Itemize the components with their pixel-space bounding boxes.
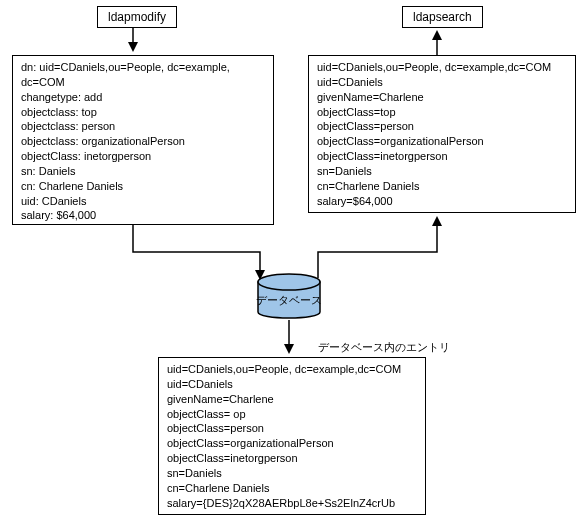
ldapsearch-label-text: ldapsearch	[413, 10, 472, 24]
text-line: dc=COM	[21, 75, 265, 90]
text-line: sn=Daniels	[167, 466, 417, 481]
text-line: uid=CDaniels,ou=People, dc=example,dc=CO…	[317, 60, 567, 75]
text-line: sn=Daniels	[317, 164, 567, 179]
ldapmodify-label: ldapmodify	[97, 6, 177, 28]
text-line: uid=CDaniels,ou=People, dc=example,dc=CO…	[167, 362, 417, 377]
text-line: objectClass=person	[317, 119, 567, 134]
text-line: salary={DES}2qX28AERbpL8e+Ss2ElnZ4crUb	[167, 496, 417, 511]
text-line: objectclass: organizationalPerson	[21, 134, 265, 149]
text-line: objectClass=person	[167, 421, 417, 436]
text-line: objectClass=organizationalPerson	[167, 436, 417, 451]
text-line: givenName=Charlene	[167, 392, 417, 407]
text-line: givenName=Charlene	[317, 90, 567, 105]
ldapmodify-box: dn: uid=CDaniels,ou=People, dc=example,d…	[12, 55, 274, 225]
ldapsearch-label: ldapsearch	[402, 6, 483, 28]
text-line: objectclass: person	[21, 119, 265, 134]
db-entry-annotation-text: データベース内のエントリ	[318, 341, 450, 353]
text-line: objectClass= op	[167, 407, 417, 422]
ldapmodify-label-text: ldapmodify	[108, 10, 166, 24]
text-line: uid=CDaniels	[317, 75, 567, 90]
text-line: sn: Daniels	[21, 164, 265, 179]
text-line: cn=Charlene Daniels	[167, 481, 417, 496]
text-line: salary: $64,000	[21, 208, 265, 223]
text-line: objectClass=organizationalPerson	[317, 134, 567, 149]
text-line: objectClass: inetorgperson	[21, 149, 265, 164]
text-line: objectclass: top	[21, 105, 265, 120]
text-line: cn: Charlene Daniels	[21, 179, 265, 194]
text-line: cn=Charlene Daniels	[317, 179, 567, 194]
text-line: objectClass=top	[317, 105, 567, 120]
text-line: uid=CDaniels	[167, 377, 417, 392]
ldapsearch-box: uid=CDaniels,ou=People, dc=example,dc=CO…	[308, 55, 576, 213]
text-line: salary=$64,000	[317, 194, 567, 209]
svg-point-2	[258, 274, 320, 290]
text-line: objectClass=inetorgperson	[317, 149, 567, 164]
database-label: データベース	[256, 294, 322, 306]
text-line: uid: CDaniels	[21, 194, 265, 209]
db-entry-box: uid=CDaniels,ou=People, dc=example,dc=CO…	[158, 357, 426, 515]
database-icon	[258, 274, 320, 318]
text-line: dn: uid=CDaniels,ou=People, dc=example,	[21, 60, 265, 75]
text-line: changetype: add	[21, 90, 265, 105]
db-entry-annotation: データベース内のエントリ	[318, 340, 450, 355]
text-line: objectClass=inetorgperson	[167, 451, 417, 466]
